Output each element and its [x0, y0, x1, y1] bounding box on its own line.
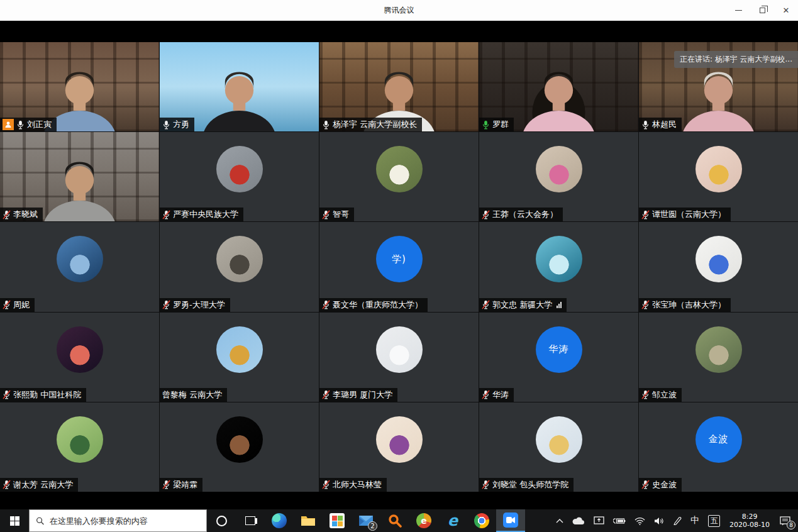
participant-tile[interactable]: 郭文忠 新疆大学	[479, 222, 638, 311]
mic-muted-icon	[641, 300, 650, 309]
participant-tile[interactable]: 王莽（云大会务）	[479, 132, 638, 221]
participant-name: 杨泽宇 云南大学副校长	[333, 119, 417, 130]
browser-360-icon: e	[416, 513, 431, 528]
tray-volume-button[interactable]	[650, 509, 668, 532]
participant-tile[interactable]: 李晓斌	[0, 132, 159, 221]
participant-tile[interactable]: 罗勇-大理大学	[160, 222, 319, 311]
pen-icon	[673, 516, 682, 525]
participant-label: 严赛中央民族大学	[160, 208, 243, 221]
close-button[interactable]: ✕	[774, 0, 798, 21]
participant-tile[interactable]: 方勇	[160, 42, 319, 131]
participant-label: 智哥	[319, 208, 354, 221]
taskbar-app-file-explorer[interactable]	[294, 509, 323, 532]
taskbar-app-chrome[interactable]	[467, 509, 496, 532]
participant-tile[interactable]: 曾黎梅 云南大学	[160, 313, 319, 402]
tray-onedrive-button[interactable]	[568, 509, 589, 532]
participant-name: 方勇	[173, 119, 189, 130]
task-view-icon	[245, 516, 255, 525]
participant-name: 张宝珅（吉林大学）	[652, 299, 726, 311]
avatar	[216, 236, 263, 282]
avatar	[57, 236, 103, 282]
windows-taskbar: 2 e e	[0, 509, 798, 532]
restore-button[interactable]	[750, 0, 774, 21]
taskbar-app-360-browser[interactable]: e	[409, 509, 438, 532]
participant-tile[interactable]: 正在讲话: 杨泽宇 云南大学副校...林超民	[639, 42, 798, 131]
task-view-button[interactable]	[236, 509, 265, 532]
participant-name: 林超民	[652, 119, 677, 130]
taskbar-app-mail[interactable]: 2	[352, 509, 380, 532]
mic-icon	[322, 120, 330, 130]
participant-tile[interactable]: 刘正寅	[0, 42, 159, 131]
participant-tile[interactable]: 罗群	[479, 42, 638, 131]
mic-muted-icon	[641, 480, 650, 489]
notification-count-badge: 8	[787, 521, 795, 529]
taskbar-app-edge[interactable]	[265, 509, 294, 532]
mic-muted-icon	[482, 210, 490, 219]
participant-tile[interactable]: 杨泽宇 云南大学副校长	[319, 42, 479, 131]
participant-label: 曾黎梅 云南大学	[160, 388, 227, 402]
mic-muted-icon	[162, 210, 170, 219]
internet-explorer-icon: e	[445, 513, 460, 528]
taskbar-clock[interactable]: 8:29 2020-08-10	[724, 509, 775, 532]
tray-wifi-button[interactable]	[630, 509, 650, 532]
tencent-meeting-icon	[503, 513, 518, 528]
participant-tile[interactable]: 邹立波	[639, 313, 798, 402]
taskbar-app-tencent-meeting[interactable]	[496, 509, 525, 532]
mic-muted-icon	[3, 480, 11, 489]
participant-tile[interactable]: 金波史金波	[639, 402, 798, 492]
tray-display-button[interactable]	[589, 509, 609, 532]
search-input[interactable]	[50, 516, 200, 526]
participant-tile[interactable]: 李璐男 厦门大学	[319, 313, 479, 402]
participant-name: 梁靖霖	[173, 479, 197, 490]
tray-ime-mode-button[interactable]: 五	[704, 509, 724, 532]
participant-name: 严赛中央民族大学	[173, 209, 238, 220]
participant-tile[interactable]: 智哥	[319, 132, 479, 221]
taskbar-app-internet-explorer[interactable]: e	[438, 509, 467, 532]
participant-name: 曾黎梅 云南大学	[162, 389, 222, 401]
participant-label: 史金波	[639, 478, 682, 492]
participant-tile[interactable]: 梁靖霖	[160, 402, 319, 492]
participant-label: 梁靖霖	[160, 478, 202, 492]
action-center-button[interactable]: 8	[775, 509, 798, 532]
tray-pen-button[interactable]	[668, 509, 686, 532]
system-tray: 中 五 8:29 2020-08-10 8	[551, 509, 798, 532]
close-icon: ✕	[783, 6, 790, 15]
avatar: 学)	[376, 236, 423, 282]
file-explorer-icon	[301, 514, 316, 527]
window-controls: ✕	[726, 0, 798, 21]
participant-tile[interactable]: 学)聂文华（重庆师范大学）	[319, 222, 479, 311]
avatar-initials: 华涛	[549, 343, 569, 355]
avatar-initials: 金波	[709, 433, 729, 445]
avatar: 金波	[695, 416, 742, 463]
avatar	[216, 146, 263, 192]
participant-tile[interactable]: 谭世圆（云南大学）	[639, 132, 798, 221]
participant-tile[interactable]: 张熙勤 中国社科院	[0, 313, 159, 402]
mic-muted-icon	[482, 480, 490, 489]
avatar	[57, 326, 103, 373]
taskbar-app-microsoft-store[interactable]	[323, 509, 352, 532]
tray-show-hidden-icons-button[interactable]	[551, 509, 568, 532]
taskbar-search-box[interactable]	[29, 509, 207, 532]
tray-battery-button[interactable]	[609, 509, 630, 532]
mic-muted-icon	[482, 300, 490, 309]
participant-label: 林超民	[639, 118, 682, 131]
participant-tile[interactable]: 刘晓堂 包头师范学院	[479, 402, 638, 492]
cloud-icon	[572, 517, 585, 525]
tray-ime-language-button[interactable]: 中	[686, 509, 704, 532]
participant-tile[interactable]: 张宝珅（吉林大学）	[639, 222, 798, 311]
clock-date: 2020-08-10	[729, 521, 770, 529]
avatar	[216, 326, 263, 373]
participant-tile[interactable]: 华涛华涛	[479, 313, 638, 402]
start-button[interactable]	[0, 509, 29, 532]
speaker-icon	[654, 517, 664, 525]
participant-name: 郭文忠 新疆大学	[492, 299, 552, 311]
mail-icon: 2	[358, 513, 374, 528]
minimize-button[interactable]	[726, 0, 750, 21]
cortana-button[interactable]	[207, 509, 236, 532]
participant-tile[interactable]: 严赛中央民族大学	[160, 132, 319, 221]
participant-tile[interactable]: 谢太芳 云南大学	[0, 402, 159, 492]
participant-tile[interactable]: 北师大马林莹	[319, 402, 479, 492]
participant-label: 杨泽宇 云南大学副校长	[319, 118, 422, 131]
taskbar-app-search[interactable]	[380, 509, 409, 532]
participant-tile[interactable]: 周妮	[0, 222, 159, 311]
